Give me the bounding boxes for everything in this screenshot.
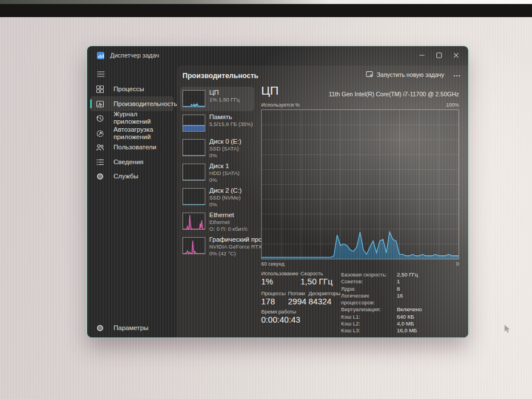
sidebar-item-label: Службы xyxy=(113,173,172,180)
usage-value: 1% xyxy=(261,277,273,286)
task-manager-window: Диспетчер задач ПроцессыПроизводительнос… xyxy=(87,46,468,337)
processes-value: 178 xyxy=(261,297,275,306)
detail-value: 8 xyxy=(397,286,400,292)
detail-row: Логических процессоров:16 xyxy=(341,292,422,307)
services-icon xyxy=(96,172,106,181)
perf-item-cpu[interactable]: ЦП1% 1,50 ГГц xyxy=(180,87,254,111)
detail-value: 2,50 ГГц xyxy=(397,271,418,278)
details-icon xyxy=(96,158,106,166)
maximize-button[interactable] xyxy=(431,48,448,62)
sidebar-item-label: Автозагрузка приложений xyxy=(113,126,172,141)
detail-row: Кэш L1:640 КБ xyxy=(341,314,422,320)
nav-menu-button[interactable] xyxy=(92,67,109,81)
perf-item-subtext: Ethernet xyxy=(209,219,247,226)
sidebar-item-performance[interactable]: Производительность xyxy=(90,96,173,111)
perf-thumbnail-graph xyxy=(182,90,205,107)
detail-value: 16,0 МБ xyxy=(397,327,417,334)
sidebar-item-label: Производительность xyxy=(113,100,172,108)
perf-item-subtext: 0% (42 °C) xyxy=(209,250,254,257)
perf-item-disk0[interactable]: Диск 0 (E:)SSD (SATA)0% xyxy=(180,136,254,160)
uptime-label: Время работы xyxy=(261,308,296,315)
graph-y-axis-label: Используется % xyxy=(261,102,300,108)
detail-label: Сокетов: xyxy=(341,278,397,285)
detail-value: 1 xyxy=(397,278,400,285)
mouse-cursor xyxy=(504,325,511,334)
cpu-usage-graph[interactable] xyxy=(261,109,459,259)
sidebar-item-processes[interactable]: Процессы xyxy=(90,82,173,96)
processes-icon xyxy=(96,85,106,93)
sidebar-item-services[interactable]: Службы xyxy=(90,169,173,184)
page-title: Производительность xyxy=(182,72,258,80)
sidebar-item-users[interactable]: Пользователи xyxy=(90,140,173,154)
perf-item-subtext: HDD (SATA) xyxy=(209,170,239,177)
app-history-icon xyxy=(96,114,106,123)
perf-thumbnail-graph xyxy=(182,115,205,132)
perf-item-subtext: О: 0 П: 0 кбит/с xyxy=(209,226,247,233)
gear-icon xyxy=(96,324,106,332)
detail-label: Кэш L2: xyxy=(341,320,397,327)
uptime-value: 0:00:40:43 xyxy=(261,315,300,324)
processes-label: Процессы xyxy=(261,290,286,296)
perf-item-title: Графический прс xyxy=(209,236,254,243)
perf-item-subtext: 5,5/15,9 ГБ (35%) xyxy=(209,121,253,128)
selected-accent-pill xyxy=(90,99,92,108)
perf-item-subtext: 0% xyxy=(209,177,239,184)
detail-value: 16 xyxy=(397,292,403,307)
detail-label: Базовая скорость: xyxy=(341,271,397,278)
cpu-pane-title: ЦП xyxy=(261,84,279,97)
threads-value: 2994 xyxy=(288,297,306,306)
sidebar-item-settings[interactable]: Параметры xyxy=(90,320,173,335)
detail-row: Сокетов:1 xyxy=(341,278,422,285)
cpu-detail-pane: ЦП 11th Gen Intel(R) Core(TM) i7-11700 @… xyxy=(261,66,459,337)
minimize-button[interactable] xyxy=(413,48,431,62)
detail-label: Кэш L1: xyxy=(341,314,397,320)
detail-row: Базовая скорость:2,50 ГГц xyxy=(341,271,422,278)
detail-value: Включено xyxy=(397,306,422,313)
detail-label: Ядра: xyxy=(341,286,397,292)
detail-label: Логических процессоров: xyxy=(341,292,397,307)
desktop-screen: Диспетчер задач ПроцессыПроизводительнос… xyxy=(0,17,532,399)
speed-value: 1,50 ГГц xyxy=(300,277,332,286)
perf-item-disk2[interactable]: Диск 2 (C:)SSD (NVMe)0% xyxy=(180,185,254,209)
perf-thumbnail-graph xyxy=(182,188,205,205)
sidebar-item-label: Пользователи xyxy=(113,144,172,151)
detail-value: 4,0 МБ xyxy=(397,320,414,327)
sidebar-item-label: Сведения xyxy=(113,158,172,166)
handles-label: Дескрипторы xyxy=(308,290,340,296)
detail-label: Кэш L3: xyxy=(341,327,397,334)
monitor-bezel xyxy=(0,4,532,18)
detail-row: Кэш L3:16,0 МБ xyxy=(341,327,422,334)
perf-item-subtext: 1% 1,50 ГГц xyxy=(209,96,239,103)
handles-value: 84324 xyxy=(308,297,331,306)
performance-list: ЦП1% 1,50 ГГцПамять5,5/15,9 ГБ (35%)Диск… xyxy=(180,87,254,258)
detail-label: Виртуализация: xyxy=(341,306,397,313)
graph-x-right-label: 0 xyxy=(456,261,459,267)
perf-thumbnail-graph xyxy=(182,139,205,156)
window-title: Диспетчер задач xyxy=(110,52,159,59)
users-icon xyxy=(96,143,106,152)
perf-thumbnail-graph xyxy=(182,237,205,254)
perf-item-subtext: NVIDIA GeForce RTX 40 xyxy=(209,243,254,250)
usage-label: Использование xyxy=(261,270,298,276)
titlebar[interactable]: Диспетчер задач xyxy=(87,46,468,66)
detail-row: Виртуализация:Включено xyxy=(341,306,422,313)
task-manager-app-icon xyxy=(96,51,105,60)
perf-item-subtext: SSD (SATA) xyxy=(209,145,241,152)
cpu-details-table: Базовая скорость:2,50 ГГцСокетов:1Ядра:8… xyxy=(341,271,422,335)
speed-label: Скорость xyxy=(300,270,323,276)
detail-row: Ядра:8 xyxy=(341,286,422,292)
perf-item-title: Диск 0 (E:) xyxy=(209,138,241,145)
perf-thumbnail-graph xyxy=(182,164,205,181)
perf-item-title: ЦП xyxy=(209,89,239,96)
perf-item-subtext: 0% xyxy=(209,201,242,208)
perf-item-ethernet[interactable]: EthernetEthernetО: 0 П: 0 кбит/с xyxy=(180,209,254,234)
perf-item-disk1[interactable]: Диск 1HDD (SATA)0% xyxy=(180,160,254,185)
perf-item-subtext: 0% xyxy=(209,152,241,159)
perf-item-title: Память xyxy=(209,113,253,121)
perf-item-title: Диск 1 xyxy=(209,162,239,170)
perf-item-gpu[interactable]: Графический прсNVIDIA GeForce RTX 400% (… xyxy=(180,234,254,258)
monitor-photo: Диспетчер задач ПроцессыПроизводительнос… xyxy=(0,0,532,399)
perf-item-memory[interactable]: Память5,5/15,9 ГБ (35%) xyxy=(180,111,254,136)
sidebar-item-details[interactable]: Сведения xyxy=(90,154,173,169)
close-button[interactable] xyxy=(448,48,465,62)
